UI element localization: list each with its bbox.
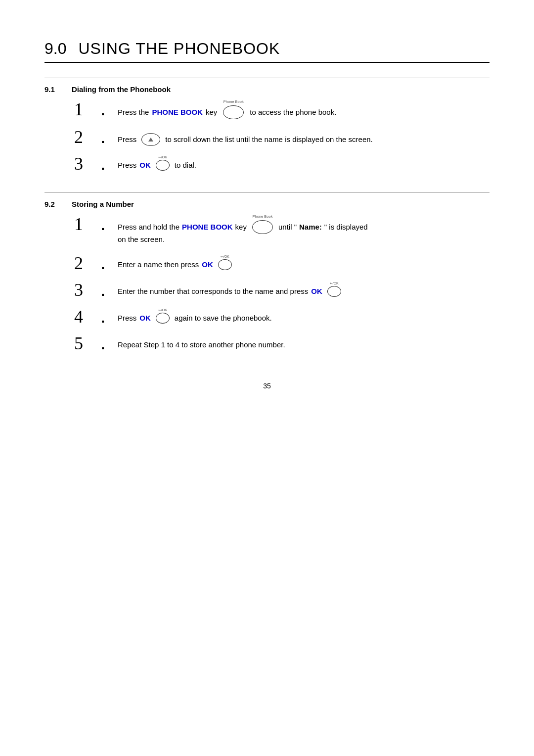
step-content: Press and hold the PHONE BOOK key Phone … <box>118 217 368 245</box>
step-num: 1 <box>74 215 88 233</box>
step-text: until " <box>278 222 297 233</box>
step-content: Press the PHONE BOOK key Phone Book to a… <box>118 102 336 119</box>
section-header-9-2: 9.2 Storing a Number <box>44 192 490 208</box>
step-num: 2 <box>74 254 88 272</box>
step-text: Press and hold the <box>118 222 179 233</box>
section-title-9-2: Storing a Number <box>72 200 134 208</box>
phone-book-label-text: PHONE BOOK <box>152 107 203 118</box>
step-dot: ． <box>94 308 112 326</box>
step-num: 3 <box>74 281 88 299</box>
page-title: 9.0 USING THE PHONEBOOK <box>44 40 490 63</box>
section-title-9-1: Dialing from the Phonebook <box>72 85 171 94</box>
ok-key-icon: ⇐/OK <box>327 286 341 297</box>
step-text: Press the <box>118 107 149 118</box>
ok-label-text: OK <box>139 160 151 171</box>
step-9-2-3: 3 ． Enter the number that corresponds to… <box>74 283 490 299</box>
step-9-2-5: 5 ． Repeat Step 1 to 4 to store another … <box>74 336 490 352</box>
step-line1: Press and hold the PHONE BOOK key Phone … <box>118 220 368 234</box>
ok-label-text: OK <box>202 259 213 271</box>
key-oval <box>156 313 170 324</box>
step-dot: ． <box>94 215 112 233</box>
key-oval <box>218 259 232 270</box>
step-9-1-1: 1 ． Press the PHONE BOOK key Phone Book … <box>74 102 490 119</box>
phone-book-key-icon: Phone Book <box>223 105 244 119</box>
ok-label-text: OK <box>311 286 322 297</box>
step-text: Enter a name then press <box>118 259 199 271</box>
step-9-2-4: 4 ． Press OK ⇐/OK again to save the phon… <box>74 310 490 326</box>
page-container: 9.0 USING THE PHONEBOOK 9.1 Dialing from… <box>44 40 490 390</box>
step-num: 1 <box>74 100 88 118</box>
title-text: USING THE PHONEBOOK <box>78 40 280 58</box>
step-line2: on the screen. <box>118 234 368 245</box>
key-oval <box>156 160 170 171</box>
ok-key-icon: ⇐/OK <box>156 313 170 324</box>
step-num: 3 <box>74 155 88 173</box>
step-text: key <box>206 107 217 118</box>
ok-key-icon: ⇐/OK <box>218 259 232 270</box>
step-text: to scroll down the list until the name i… <box>165 134 372 145</box>
page-footer: 35 <box>44 382 490 390</box>
section-9-1: 9.1 Dialing from the Phonebook 1 ． Press… <box>44 78 490 173</box>
title-section-num: 9.0 <box>44 40 66 58</box>
step-content: Repeat Step 1 to 4 to store another phon… <box>118 336 285 351</box>
step-text: to access the phone book. <box>250 107 336 118</box>
ok-key-icon: ⇐/OK <box>156 160 170 171</box>
phone-book-oval <box>252 220 273 234</box>
step-text: Press <box>118 134 136 145</box>
step-text: Enter the number that corresponds to the… <box>118 286 308 297</box>
arrow-up-icon <box>148 138 153 142</box>
step-text: to dial. <box>175 160 196 171</box>
step-content: Enter the number that corresponds to the… <box>118 283 343 297</box>
step-text: Press <box>118 313 136 324</box>
step-content: Enter a name then press OK ⇐/OK <box>118 256 234 271</box>
phone-book-key-icon: Phone Book <box>252 220 273 234</box>
ok-label-text: OK <box>139 313 151 324</box>
ok-key-label: ⇐/OK <box>158 155 167 160</box>
step-content: Press OK ⇐/OK again to save the phoneboo… <box>118 310 272 324</box>
ok-key-label: ⇐/OK <box>221 254 229 260</box>
step-content: Press to scroll down the list until the … <box>118 130 373 146</box>
steps-9-1: 1 ． Press the PHONE BOOK key Phone Book … <box>44 102 490 173</box>
step-dot: ． <box>94 334 112 352</box>
step-text: Repeat Step 1 to 4 to store another phon… <box>118 339 285 351</box>
phone-book-label-text: PHONE BOOK <box>182 222 233 233</box>
step-num: 4 <box>74 308 88 326</box>
ok-key-label: ⇐/OK <box>158 308 167 313</box>
section-num-9-1: 9.1 <box>44 85 62 94</box>
section-9-2: 9.2 Storing a Number 1 ． Press and hold … <box>44 192 490 352</box>
phone-book-key-label: Phone Book <box>223 99 244 104</box>
steps-9-2: 1 ． Press and hold the PHONE BOOK key Ph… <box>44 217 490 352</box>
step-dot: ． <box>94 281 112 299</box>
section-num-9-2: 9.2 <box>44 200 62 208</box>
ok-key-label: ⇐/OK <box>330 281 339 286</box>
name-label: Name: <box>299 222 322 233</box>
step-9-2-1: 1 ． Press and hold the PHONE BOOK key Ph… <box>74 217 490 245</box>
key-oval <box>141 133 160 146</box>
section-header-9-1: 9.1 Dialing from the Phonebook <box>44 78 490 94</box>
step-dot: ． <box>94 155 112 173</box>
step-text: again to save the phonebook. <box>175 313 272 324</box>
phone-book-key-label: Phone Book <box>253 214 273 219</box>
step-dot: ． <box>94 128 112 146</box>
page-number: 35 <box>263 382 271 390</box>
step-9-2-2: 2 ． Enter a name then press OK ⇐/OK <box>74 256 490 272</box>
step-num: 5 <box>74 334 88 352</box>
step-num: 2 <box>74 128 88 146</box>
step-9-1-2: 2 ． Press to scroll down the list until … <box>74 130 490 146</box>
step-9-1-3: 3 ． Press OK ⇐/OK to dial. <box>74 157 490 173</box>
step-dot: ． <box>94 100 112 118</box>
phone-book-oval <box>223 105 244 119</box>
step-text: Press <box>118 160 136 171</box>
up-arrow-key-icon <box>141 133 160 146</box>
key-oval <box>327 286 341 297</box>
step-dot: ． <box>94 254 112 272</box>
step-text: " is displayed <box>324 222 368 233</box>
step-text: key <box>235 222 247 233</box>
step-content: Press OK ⇐/OK to dial. <box>118 157 196 171</box>
